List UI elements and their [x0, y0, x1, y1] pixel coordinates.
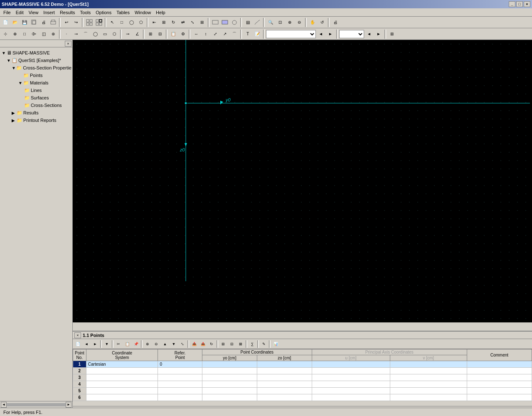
tool-arrow[interactable]: ↖ — [108, 18, 117, 27]
table-row[interactable]: 4 — [73, 381, 532, 388]
snap-btn-2[interactable]: ⊕ — [10, 30, 20, 39]
zoom-in-btn[interactable]: ⊕ — [285, 18, 294, 27]
dim-ar-btn[interactable]: ⌒ — [230, 30, 239, 39]
snap-btn-3[interactable]: □ — [20, 30, 29, 39]
table-cell[interactable] — [257, 394, 312, 401]
pt-fwd[interactable]: ► — [91, 340, 99, 348]
tree-surfaces[interactable]: 📁 Surfaces — [1, 94, 71, 102]
table-row[interactable]: 1Cartesian0 — [73, 361, 532, 368]
results-expand[interactable]: ▶ — [12, 111, 17, 115]
pt-import[interactable]: 📥 — [190, 340, 198, 348]
materials-expand[interactable]: ▼ — [18, 81, 23, 85]
table-cell[interactable] — [202, 381, 257, 388]
table-cell[interactable] — [158, 388, 202, 394]
snap-btn-1[interactable]: ⊹ — [1, 30, 10, 39]
table-cell[interactable] — [158, 394, 202, 401]
mirror-btn[interactable]: ⇄ — [178, 18, 187, 27]
table-cell[interactable] — [467, 368, 532, 374]
nav-next[interactable]: ► — [326, 30, 335, 39]
table-cell[interactable] — [257, 374, 312, 381]
pt-export[interactable]: 📤 — [199, 340, 207, 348]
print-button[interactable] — [49, 18, 58, 27]
menu-help[interactable]: Help — [153, 9, 168, 16]
menu-results[interactable]: Results — [57, 9, 78, 16]
menu-window[interactable]: Window — [132, 9, 153, 16]
tree-cross-sections[interactable]: 📁 Cross-Sections — [1, 102, 71, 109]
tree-cross-section-props[interactable]: ▼ 📁 Cross-Section Propertie — [1, 64, 71, 72]
rotate-btn[interactable]: ↻ — [169, 18, 178, 27]
pt-resize[interactable]: ⊞ — [219, 340, 227, 348]
table-row[interactable]: 6 — [73, 394, 532, 401]
table-cell[interactable] — [158, 368, 202, 374]
draw-circle[interactable]: ◯ — [91, 30, 100, 39]
note-btn[interactable]: 📝 — [253, 30, 262, 39]
table-cell[interactable] — [467, 388, 532, 394]
table-cell[interactable] — [158, 381, 202, 388]
redo-button[interactable]: ↪ — [71, 18, 81, 27]
table-cell[interactable] — [257, 368, 312, 374]
tool-polygon[interactable]: ⬠ — [136, 18, 145, 27]
zoom-region-btn[interactable]: 🔍 — [266, 18, 275, 27]
menu-insert[interactable]: Insert — [41, 9, 57, 16]
tool-lasso[interactable]: ◯ — [127, 18, 136, 27]
dim-h-btn[interactable]: ↔ — [192, 30, 201, 39]
table-cell[interactable] — [257, 388, 312, 394]
nav-prev[interactable]: ◄ — [316, 30, 325, 39]
table-cell[interactable] — [202, 374, 257, 381]
snap-btn-5[interactable]: ◫ — [39, 30, 48, 39]
dim-r-btn[interactable]: ↗ — [220, 30, 229, 39]
table-cell[interactable] — [86, 394, 158, 401]
table-cell[interactable] — [86, 388, 158, 394]
snap-btn-6[interactable]: ⊛ — [49, 30, 58, 39]
minimize-button[interactable]: _ — [509, 1, 515, 7]
table-cell[interactable] — [390, 388, 467, 394]
fullscreen-btn[interactable]: ⊞ — [387, 30, 397, 39]
pt-cut[interactable]: ✂ — [114, 340, 123, 348]
text-btn[interactable]: T — [243, 30, 252, 39]
table-cell[interactable] — [390, 374, 467, 381]
table-cell[interactable] — [202, 394, 257, 401]
section-btn[interactable]: ▤ — [243, 18, 252, 27]
table-cell[interactable] — [312, 368, 390, 374]
node2-btn[interactable]: ⊟ — [155, 30, 165, 39]
grid-btn-1[interactable] — [85, 18, 94, 27]
new-button[interactable]: 📄 — [1, 18, 10, 27]
tree-close-btn[interactable]: × — [65, 41, 71, 47]
expand-icon[interactable]: ▼ — [2, 51, 7, 55]
pt-copy[interactable]: 📋 — [123, 340, 131, 348]
table-cell[interactable] — [158, 374, 202, 381]
zoom-all-btn[interactable]: ⊡ — [276, 18, 285, 27]
table-cell[interactable] — [202, 368, 257, 374]
project-expand-icon[interactable]: ▼ — [7, 58, 12, 63]
pt-row-up[interactable]: ▲ — [161, 340, 169, 348]
table-cell[interactable] — [86, 368, 158, 374]
pt-row-down[interactable]: ▼ — [170, 340, 178, 348]
pt-paste[interactable]: 📌 — [132, 340, 140, 348]
zoom-out-btn[interactable]: ⊖ — [295, 18, 304, 27]
table-cell[interactable] — [86, 374, 158, 381]
close-button[interactable]: × — [524, 1, 530, 7]
dim3-btn[interactable] — [230, 18, 239, 27]
pr-expand[interactable]: ▶ — [12, 118, 17, 123]
table-cell[interactable] — [257, 361, 312, 368]
scale-btn[interactable]: ⤡ — [188, 18, 197, 27]
table-cell[interactable] — [390, 394, 467, 401]
view-dropdown[interactable] — [339, 30, 364, 38]
csp-expand-icon[interactable]: ▼ — [12, 66, 16, 70]
draw-rect[interactable]: ▭ — [100, 30, 109, 39]
print-preview-button[interactable]: 🖨 — [39, 18, 48, 27]
tree-root[interactable]: ▼ 🖥 SHAPE-MASSIVE — [1, 49, 71, 57]
dim-a-btn[interactable]: ⤢ — [211, 30, 220, 39]
table-cell[interactable] — [312, 394, 390, 401]
menu-view[interactable]: View — [26, 9, 41, 16]
panel-close-btn[interactable]: × — [74, 332, 81, 338]
grid-btn-2[interactable] — [94, 18, 103, 27]
open-button[interactable]: 📂 — [10, 18, 20, 27]
tree-results[interactable]: ▶ 📁 Results — [1, 109, 71, 116]
restore-button[interactable]: □ — [516, 1, 523, 7]
pt-back[interactable]: ◄ — [82, 340, 91, 348]
node-btn[interactable]: ⊞ — [146, 30, 155, 39]
pt-expand[interactable]: ⤡ — [178, 340, 187, 348]
layer-btn[interactable]: 📋 — [169, 30, 178, 39]
nav2-next[interactable]: ► — [374, 30, 383, 39]
